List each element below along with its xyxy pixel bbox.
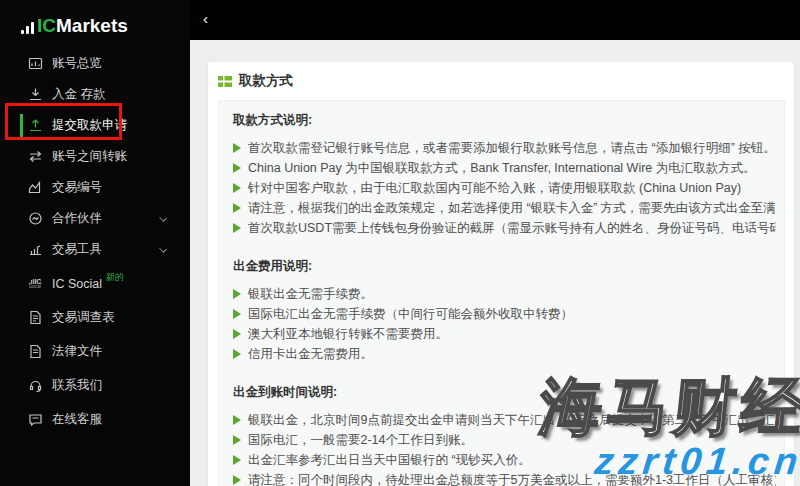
sidebar-item-legal-documents[interactable]: 法律文件 — [0, 336, 190, 367]
chevron-down-icon — [159, 245, 167, 253]
sidebar: IC Markets 账号总览 入金 存款 提交取款申请 — [0, 0, 190, 486]
list-item: 首次取款USDT需要上传钱包身份验证的截屏（需显示账号持有人的姓名、身份证号码、… — [233, 218, 776, 238]
logo-text-markets: Markets — [56, 15, 128, 37]
sidebar-item-label: 合作伙伴 — [52, 210, 102, 227]
sidebar-item-label: 账号总览 — [52, 55, 102, 72]
list-item: China Union Pay 为中国银联取款方式，Bank Transfer,… — [233, 158, 776, 178]
sidebar-item-live-chat[interactable]: 在线客服 — [0, 404, 190, 435]
ic-social-icon: .ılIC Social — [27, 276, 43, 292]
bullet-arrow-icon — [233, 475, 241, 485]
sidebar-item-label: 交易编号 — [52, 179, 102, 196]
account-overview-icon — [27, 56, 43, 72]
bullet-arrow-icon — [233, 435, 241, 445]
sidebar-nav: 账号总览 入金 存款 提交取款申请 账号之间转账 交易编号 — [0, 48, 190, 435]
list-item: 澳大利亚本地银行转账不需要费用。 — [233, 324, 776, 344]
sidebar-item-label: 提交取款申请 — [52, 117, 127, 134]
list-item: 国际电汇出金无需手续费（中间行可能会额外收取中转费） — [233, 304, 776, 324]
ic-markets-logo[interactable]: IC Markets — [21, 13, 128, 37]
sidebar-item-label: 入金 存款 — [52, 86, 105, 103]
sidebar-item-label: 联系我们 — [52, 377, 102, 394]
sidebar-collapse-icon[interactable]: ‹ — [203, 10, 208, 28]
sidebar-item-deposit[interactable]: 入金 存款 — [0, 79, 190, 110]
card-header: 取款方式 — [208, 62, 794, 100]
section-heading: 出金费用说明: — [233, 256, 776, 276]
page-title: 取款方式 — [239, 72, 293, 90]
list-item: 银联出金，北京时间9点前提交出金申请则当天下午汇出，9点之后提交申请第二天下午汇… — [233, 410, 776, 430]
list-icon — [218, 75, 232, 88]
bullet-arrow-icon — [233, 329, 241, 339]
list-item: 请注意，根据我们的出金政策规定，如若选择使用 “银联卡入金” 方式，需要先由该方… — [233, 198, 776, 218]
sidebar-item-label: 交易调查表 — [52, 309, 115, 326]
withdrawal-methods-card: 取款方式 取款方式说明: 首次取款需登记银行账号信息，或者需要添加银行取款账号信… — [208, 62, 794, 486]
list-item: 信用卡出金无需费用。 — [233, 344, 776, 364]
section-heading: 出金到账时间说明: — [233, 382, 776, 402]
list-item: 请注意：同个时间段内，待处理出金总额度等于5万美金或以上，需要额外1-3工作日（… — [233, 470, 776, 486]
headset-icon — [27, 378, 43, 394]
section-heading: 取款方式说明: — [233, 110, 776, 130]
questionnaire-icon — [27, 310, 43, 326]
sidebar-item-label: IC Social — [52, 277, 102, 291]
bullet-arrow-icon — [233, 163, 241, 173]
topbar: ‹ — [190, 0, 800, 40]
sidebar-item-label: 账号之间转账 — [52, 148, 127, 165]
bullet-arrow-icon — [233, 183, 241, 193]
main-content: 取款方式 取款方式说明: 首次取款需登记银行账号信息，或者需要添加银行取款账号信… — [190, 40, 800, 486]
list-item: 国际电汇，一般需要2-14个工作日到账。 — [233, 430, 776, 450]
active-indicator-bar — [20, 114, 23, 137]
chevron-down-icon — [159, 214, 167, 222]
bullet-arrow-icon — [233, 289, 241, 299]
sidebar-item-questionnaire[interactable]: 交易调查表 — [0, 302, 190, 333]
list-item: 首次取款需登记银行账号信息，或者需要添加银行取款账号信息，请点击 “添加银行明细… — [233, 138, 776, 158]
withdraw-icon — [27, 118, 43, 134]
list-item: 针对中国客户取款，由于电汇取款国内可能不给入账，请使用银联取款 (China U… — [233, 178, 776, 198]
transfer-icon — [27, 149, 43, 165]
bullet-arrow-icon — [233, 415, 241, 425]
sidebar-item-label: 在线客服 — [52, 411, 102, 428]
trading-tools-icon — [27, 242, 43, 258]
partners-icon — [27, 211, 43, 227]
bullet-arrow-icon — [233, 455, 241, 465]
bullet-arrow-icon — [233, 309, 241, 319]
bullet-arrow-icon — [233, 349, 241, 359]
sidebar-item-label: 法律文件 — [52, 343, 102, 360]
legal-documents-icon — [27, 344, 43, 360]
sidebar-item-transfer[interactable]: 账号之间转账 — [0, 141, 190, 172]
sidebar-item-partners[interactable]: 合作伙伴 — [0, 203, 190, 234]
trade-history-icon — [27, 180, 43, 196]
sidebar-item-label: 交易工具 — [52, 241, 102, 258]
sidebar-item-trade-history[interactable]: 交易编号 — [0, 172, 190, 203]
list-item: 银联出金无需手续费。 — [233, 284, 776, 304]
chat-icon — [27, 412, 43, 428]
sidebar-item-account-overview[interactable]: 账号总览 — [0, 48, 190, 79]
sidebar-item-trading-tools[interactable]: 交易工具 — [0, 234, 190, 265]
logo-text-ic: IC — [37, 15, 56, 37]
bullet-arrow-icon — [233, 223, 241, 233]
sidebar-item-ic-social[interactable]: .ılIC Social IC Social 新的 — [0, 268, 190, 299]
sidebar-item-withdraw[interactable]: 提交取款申请 — [0, 110, 190, 141]
deposit-icon — [27, 87, 43, 103]
list-item: 出金汇率参考汇出日当天中国银行的 “现钞买入价。 — [233, 450, 776, 470]
sidebar-item-contact-us[interactable]: 联系我们 — [0, 370, 190, 401]
withdrawal-info-panel: 取款方式说明: 首次取款需登记银行账号信息，或者需要添加银行取款账号信息，请点击… — [218, 100, 785, 486]
logo-bars-icon — [21, 22, 34, 34]
bullet-arrow-icon — [233, 143, 241, 153]
bullet-arrow-icon — [233, 203, 241, 213]
new-badge: 新的 — [106, 271, 124, 284]
